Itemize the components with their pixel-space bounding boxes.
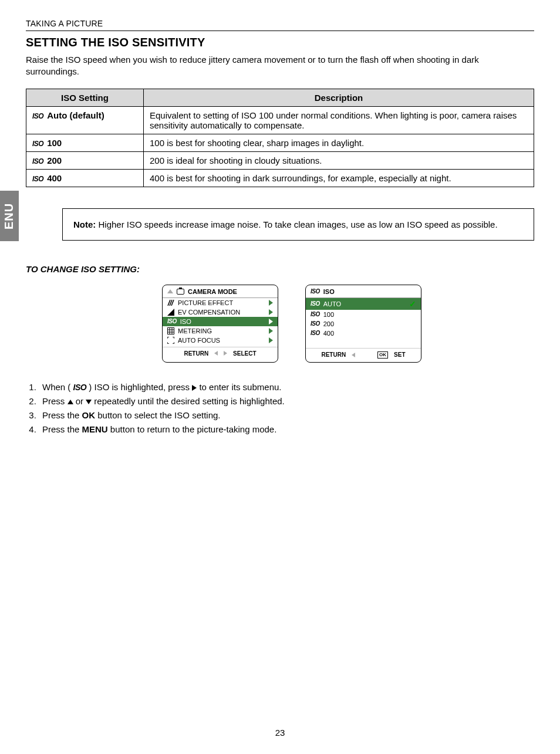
page-number: 23	[0, 728, 560, 738]
step-text: Press the	[42, 410, 82, 420]
cell-description: 100 is best for shooting clear, sharp im…	[144, 134, 534, 151]
menu-label: 400	[323, 330, 334, 337]
triangle-right-icon	[224, 351, 227, 356]
language-tab-label: ENU	[3, 202, 16, 229]
step-1: When ( ISO ) ISO is highlighted, press t…	[39, 380, 534, 394]
note-label: Note:	[73, 219, 96, 229]
iso-icon: ISO	[32, 140, 43, 148]
step-text: repeatedly until the desired setting is …	[92, 396, 285, 406]
step-text: Press	[42, 396, 68, 406]
cell-setting: 200	[47, 155, 62, 165]
footer-return: RETURN	[184, 350, 208, 357]
menu-label: AUTO FOCUS	[178, 337, 220, 344]
chevron-right-icon	[269, 309, 273, 315]
svg-rect-4	[168, 327, 174, 334]
triangle-left-icon	[214, 351, 218, 356]
step-text: or	[73, 396, 86, 406]
screen-camera-mode: CAMERA MODE PICTURE EFFECT EV COMPENSATI…	[162, 285, 278, 363]
cell-setting: 400	[47, 173, 62, 183]
step-4: Press the MENU button to return to the p…	[39, 422, 534, 437]
th-description: Description	[144, 89, 534, 106]
menu-row: EV COMPENSATION	[163, 307, 278, 317]
ok-icon: OK	[377, 351, 388, 359]
table-row: ISO200 200 is ideal for shooting in clou…	[26, 151, 534, 169]
chevron-right-icon	[269, 300, 273, 306]
menu-row: METERING	[163, 326, 278, 336]
screen-title: ISO	[323, 288, 335, 295]
camera-icon	[177, 289, 184, 295]
footer-return: RETURN	[321, 351, 346, 358]
intro-text: Raise the ISO speed when you wish to red…	[26, 54, 534, 78]
iso-icon: ISO	[311, 330, 320, 336]
note-box: Note: Higher ISO speeds increase image n…	[62, 208, 534, 241]
menu-label: METERING	[178, 327, 212, 334]
iso-icon: ISO	[311, 300, 320, 307]
step-3: Press the OK button to select the ISO se…	[39, 408, 534, 422]
chevron-right-icon	[269, 337, 273, 343]
iso-icon: ISO	[311, 311, 320, 317]
step-bold: MENU	[82, 424, 108, 434]
menu-label: PICTURE EFFECT	[178, 299, 233, 306]
metering-icon	[167, 327, 174, 334]
cell-description: 400 is best for shooting in dark surroun…	[144, 169, 534, 187]
step-text: ) ISO is highlighted, press	[86, 382, 192, 392]
screenshots: CAMERA MODE PICTURE EFFECT EV COMPENSATI…	[49, 285, 534, 363]
menu-label: 100	[323, 311, 334, 318]
screen-title: CAMERA MODE	[188, 288, 237, 295]
step-text: button to select the ISO setting.	[95, 410, 220, 420]
autofocus-icon	[167, 337, 174, 344]
footer-set: SET	[394, 351, 405, 358]
screen-footer: RETURN OK SET	[306, 348, 421, 362]
menu-row: ISO100	[306, 310, 421, 319]
iso-icon: ISO	[167, 318, 177, 324]
menu-label: 200	[323, 320, 334, 327]
iso-icon: ISO	[311, 288, 320, 295]
menu-row: ISO200	[306, 319, 421, 329]
step-text: button to return to the picture-taking m…	[108, 424, 277, 434]
table-row: ISOAuto (default) Equivalent to setting …	[26, 106, 534, 134]
iso-icon: ISO	[32, 175, 43, 183]
menu-row: AUTO FOCUS	[163, 336, 278, 345]
iso-icon: ISO	[32, 157, 43, 165]
ev-icon	[167, 309, 174, 316]
iso-icon: ISO	[32, 112, 43, 120]
section-title: SETTING THE ISO SENSITIVITY	[26, 36, 534, 49]
language-tab: ENU	[0, 191, 19, 241]
iso-icon: ISO	[311, 320, 320, 327]
footer-select: SELECT	[233, 350, 256, 357]
svg-marker-3	[167, 309, 174, 316]
iso-icon: ISO	[73, 383, 87, 392]
menu-row-selected: ISOAUTO ✓	[306, 298, 421, 310]
triangle-left-icon	[352, 353, 355, 357]
menu-row: PICTURE EFFECT	[163, 298, 278, 307]
menu-label: ISO	[180, 318, 191, 325]
note-text: Higher ISO speeds increase image noise. …	[96, 219, 497, 229]
triangle-up-icon	[68, 400, 73, 404]
step-2: Press or repeatedly until the desired se…	[39, 394, 534, 408]
menu-row: ISO400	[306, 329, 421, 338]
subheading: TO CHANGE ISO SETTING:	[26, 264, 534, 274]
triangle-up-icon	[167, 289, 173, 293]
menu-label: AUTO	[323, 300, 341, 307]
table-row: ISO400 400 is best for shooting in dark …	[26, 169, 534, 187]
cell-setting: Auto (default)	[47, 110, 104, 120]
menu-label: EV COMPENSATION	[178, 309, 240, 316]
screen-iso: ISO ISO ISOAUTO ✓ ISO100 ISO200 ISO400 R…	[305, 285, 421, 363]
iso-table: ISO Setting Description ISOAuto (default…	[26, 89, 534, 187]
check-icon: ✓	[409, 299, 416, 309]
step-text: Press the	[42, 424, 82, 434]
step-text: When (	[42, 382, 73, 392]
th-setting: ISO Setting	[26, 89, 144, 106]
effect-icon	[167, 299, 174, 306]
menu-row-selected: ISOISO	[163, 317, 278, 326]
cell-description: 200 is ideal for shooting in cloudy situ…	[144, 151, 534, 169]
step-bold: OK	[82, 410, 96, 420]
triangle-down-icon	[86, 400, 92, 404]
cell-description: Equivalent to setting of ISO 100 under n…	[144, 106, 534, 134]
instruction-list: When ( ISO ) ISO is highlighted, press t…	[26, 380, 534, 437]
breadcrumb: TAKING A PICTURE	[26, 19, 534, 31]
table-row: ISO100 100 is best for shooting clear, s…	[26, 134, 534, 151]
divider	[26, 31, 534, 31]
screen-footer: RETURN SELECT	[163, 347, 278, 360]
chevron-right-icon	[269, 319, 273, 324]
